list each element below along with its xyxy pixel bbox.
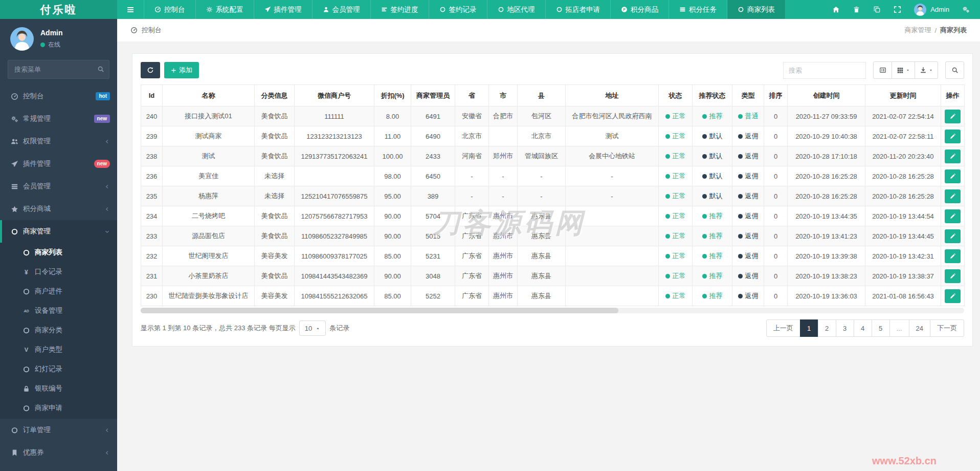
topnav-item[interactable]: 签约进度 bbox=[371, 0, 429, 19]
status-badge: 正常 bbox=[665, 172, 686, 181]
cell-id: 239 bbox=[141, 126, 163, 146]
page-button[interactable]: 24 bbox=[909, 319, 930, 337]
page-button[interactable]: 1 bbox=[800, 319, 818, 337]
cell-type: 返佣 bbox=[732, 186, 764, 206]
page-button[interactable]: 上一页 bbox=[766, 319, 800, 337]
columns-button[interactable] bbox=[892, 61, 915, 79]
breadcrumb-section[interactable]: 商家管理 bbox=[904, 26, 931, 35]
sidebar-item[interactable]: 会员管理 bbox=[0, 175, 117, 198]
table-row: 240接口接入测试01美食饮品1111118.006491安徽省合肥市包河区合肥… bbox=[141, 106, 965, 126]
topnav-item[interactable]: 签约记录 bbox=[429, 0, 487, 19]
status-dot-icon bbox=[665, 274, 670, 279]
table-search-input[interactable] bbox=[783, 62, 866, 79]
sidebar-item[interactable]: 权限管理 bbox=[0, 130, 117, 153]
cell-status: 正常 bbox=[659, 186, 693, 206]
recommend-label: 推荐 bbox=[709, 231, 723, 241]
page-button[interactable]: 4 bbox=[854, 319, 872, 337]
page-button[interactable]: 2 bbox=[818, 319, 836, 337]
breadcrumb-home[interactable]: 控制台 bbox=[142, 26, 162, 35]
search-button[interactable] bbox=[945, 61, 964, 79]
edit-button[interactable] bbox=[945, 269, 961, 283]
cell-manager: 389 bbox=[411, 186, 455, 206]
edit-button[interactable] bbox=[945, 289, 961, 303]
topnav-item-label: 系统配置 bbox=[216, 5, 243, 14]
add-button[interactable]: 添加 bbox=[164, 62, 199, 78]
page-button[interactable]: 3 bbox=[836, 319, 854, 337]
topnav-item[interactable]: 积分商品 bbox=[611, 0, 669, 19]
page-size-dropdown[interactable]: 10 bbox=[299, 320, 326, 336]
status-label: 正常 bbox=[673, 271, 686, 281]
sidebar-subitem[interactable]: 商家列表 bbox=[0, 243, 117, 262]
edit-button[interactable] bbox=[945, 110, 961, 123]
detail-view-button[interactable] bbox=[873, 61, 892, 79]
refresh-button[interactable] bbox=[141, 62, 160, 78]
trash-button[interactable] bbox=[853, 6, 860, 13]
sidebar-item[interactable]: 常规管理new bbox=[0, 108, 117, 130]
cell-recommend: 推荐 bbox=[693, 246, 732, 266]
cell-actions bbox=[941, 186, 965, 206]
cell-discount: 85.00 bbox=[374, 286, 411, 306]
column-header: 更新时间 bbox=[865, 85, 941, 106]
status-label: 正常 bbox=[673, 211, 686, 221]
sidebar-subitem[interactable]: 幻灯记录 bbox=[0, 359, 117, 379]
sidebar-subitem[interactable]: 商家分类 bbox=[0, 320, 117, 340]
cell-updated: 2021-02-07 22:54:14 bbox=[865, 106, 941, 126]
sidebar-item[interactable]: 控制台hot bbox=[0, 85, 117, 108]
sidebar-item-label: 会员管理 bbox=[23, 182, 51, 191]
edit-button[interactable] bbox=[945, 249, 961, 263]
sidebar-subitem[interactable]: 口令记录 bbox=[0, 262, 117, 282]
sidebar-item[interactable]: 商家管理 bbox=[0, 220, 117, 243]
settings-button[interactable] bbox=[962, 6, 970, 13]
copy-button[interactable] bbox=[873, 6, 881, 13]
topnav-item[interactable]: 商家列表 bbox=[727, 0, 786, 19]
type-label: 普通 bbox=[745, 112, 759, 121]
export-button[interactable] bbox=[915, 61, 938, 79]
sidebar-search-input[interactable] bbox=[8, 60, 109, 79]
edit-button[interactable] bbox=[945, 209, 961, 223]
cell-manager: 5704 bbox=[411, 206, 455, 226]
type-badge: 返佣 bbox=[738, 231, 759, 241]
edit-button[interactable] bbox=[945, 130, 961, 143]
edit-button[interactable] bbox=[945, 229, 961, 243]
topnav-item[interactable]: 拓店者申请 bbox=[546, 0, 611, 19]
horizontal-scrollbar[interactable] bbox=[141, 308, 964, 313]
yen-icon bbox=[23, 268, 30, 276]
page-button[interactable]: 下一页 bbox=[930, 319, 964, 337]
sidebar-submenu: 商家列表口令记录商户进件设备管理商家分类商户类型幻灯记录银联编号商家申请 bbox=[0, 243, 117, 419]
topnav-item[interactable]: 系统配置 bbox=[196, 0, 254, 19]
avatar[interactable] bbox=[10, 27, 34, 51]
page-button[interactable]: 5 bbox=[872, 319, 890, 337]
sidebar-subitem[interactable]: 银联编号 bbox=[0, 379, 117, 398]
topnav-item[interactable]: 会员管理 bbox=[313, 0, 371, 19]
sidebar-toggle-button[interactable] bbox=[117, 0, 144, 19]
edit-button[interactable] bbox=[945, 149, 961, 163]
cell-discount: 100.00 bbox=[374, 146, 411, 166]
edit-button[interactable] bbox=[945, 169, 961, 183]
expand-button[interactable] bbox=[894, 6, 901, 13]
hamburger-menu-icon bbox=[126, 6, 135, 14]
topnav-item[interactable]: 积分任务 bbox=[669, 0, 727, 19]
sidebar-item[interactable]: 订单管理 bbox=[0, 419, 117, 441]
topnav-item[interactable]: 插件管理 bbox=[254, 0, 313, 19]
user-menu[interactable]: Admin bbox=[914, 4, 949, 16]
sidebar-item[interactable]: 插件管理new bbox=[0, 153, 117, 175]
cell-created: 2020-10-19 13:38:23 bbox=[788, 266, 865, 286]
brand-logo[interactable]: 付乐啦 bbox=[0, 0, 117, 19]
scrollbar-thumb[interactable] bbox=[141, 308, 618, 313]
sidebar-subitem[interactable]: 设备管理 bbox=[0, 301, 117, 320]
home-button[interactable] bbox=[832, 6, 840, 13]
sidebar-subitem[interactable]: 商户类型 bbox=[0, 340, 117, 359]
topnav-item[interactable]: 控制台 bbox=[144, 0, 196, 19]
dashboard-icon bbox=[11, 93, 18, 100]
cell-address bbox=[566, 226, 659, 246]
sidebar-subitem[interactable]: 商家申请 bbox=[0, 398, 117, 418]
sidebar-item[interactable]: 积分商城 bbox=[0, 198, 117, 220]
topnav-item[interactable]: 地区代理 bbox=[487, 0, 546, 19]
table-row: 239测试商家美食饮品12312321321312311.006490北京市北京… bbox=[141, 126, 965, 146]
column-header: 推荐状态 bbox=[693, 85, 732, 106]
sidebar-subitem[interactable]: 商户进件 bbox=[0, 282, 117, 301]
cogs-icon bbox=[962, 6, 970, 13]
edit-button[interactable] bbox=[945, 189, 961, 203]
cell-name: 美宜佳 bbox=[163, 166, 255, 186]
sidebar-item[interactable]: 优惠券 bbox=[0, 441, 117, 464]
